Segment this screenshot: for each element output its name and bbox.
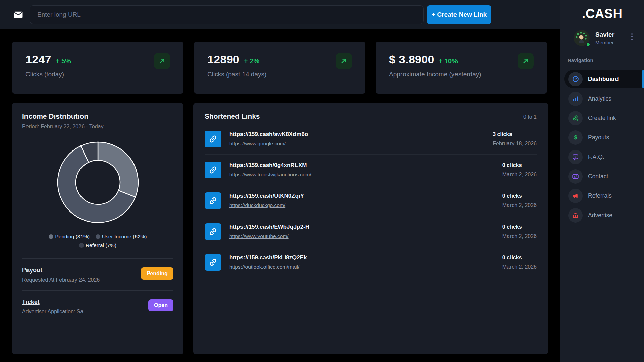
long-url-input[interactable] [30,5,424,24]
payout-row: Payout Requested At February 24, 2026 Pe… [22,267,173,283]
link-row: https://159.cash/EWbJqJp2-H https://www.… [205,216,537,247]
top-bar: + Create New Link [0,0,560,29]
nav-item[interactable]: Referrals [564,186,644,205]
income-donut-chart [56,140,140,224]
main-content: 1247 + 5% Clicks (today) 12890 + 2% Clic… [0,29,560,362]
nav-item[interactable]: Dashboard [564,70,644,88]
stat-delta: + 2% [244,57,259,65]
sidebar: .CASH Savier Member Navigation [560,0,644,362]
legend-marker [79,243,84,248]
link-icon [205,162,221,178]
payout-link[interactable]: Payout [22,267,100,274]
divider [22,290,173,291]
nav-item-icon [568,92,583,106]
click-count: 0 clicks [502,162,537,168]
user-name: Savier [595,31,614,38]
shortened-links-panel: Shortened Links 0 to 1 https://159.cash/… [193,103,548,354]
user-role: Member [595,40,614,45]
nav-item-icon [568,169,583,184]
kebab-menu-icon[interactable] [631,33,633,40]
trend-up-icon[interactable] [336,53,352,69]
short-url[interactable]: https://159.cash/PkLi8zQ2Ek [229,254,307,261]
short-url[interactable]: https://159.cash/EWbJqJp2-H [229,224,309,230]
link-row: https://159.cash/PkLi8zQ2Ek https://outl… [205,247,537,278]
short-url[interactable]: https://159.cash/swK8Xdm6o [229,131,308,138]
nav-item[interactable]: $ Payouts [564,128,644,147]
active-indicator-bar[interactable] [642,70,644,88]
short-url[interactable]: https://159.cash/0g4xnRLXM [229,162,311,169]
donut-segment-pending [98,142,138,197]
payout-status-badge: Pending [141,267,173,280]
income-panel-period: Period: February 22, 2026 - Today [22,124,173,130]
stat-card: 12890 + 2% Clicks (past 14 days) [194,42,365,94]
link-icon [205,254,221,271]
nav-item-label: Analytics [588,95,611,102]
nav-item-icon [568,72,583,86]
stat-label: Clicks (today) [25,71,170,78]
link-row: https://159.cash/0g4xnRLXM https://www.t… [205,155,537,185]
stat-value: 12890 [207,53,239,66]
payout-subtitle: Requested At February 24, 2026 [22,277,100,283]
stat-card: $ 3.8900 + 10% Approximate Income (yeste… [376,42,547,94]
link-icon [205,223,221,240]
legend-item[interactable]: User Income (62%) [96,234,147,240]
link-date: March 2, 2026 [502,202,537,208]
nav-item[interactable]: ? F.A.Q. [564,147,644,166]
legend-item[interactable]: Pending (31%) [49,234,90,240]
short-url[interactable]: https://159.cash/UtKN0ZqiY [229,193,304,199]
stat-card: 1247 + 5% Clicks (today) [12,42,183,94]
link-date: March 2, 2026 [502,264,537,270]
legend-label: User Income (62%) [102,234,147,240]
nav-item-icon [568,111,583,125]
legend-label: Pending (31%) [55,234,90,240]
nav-item-icon: ? [568,150,583,164]
long-url-link[interactable]: https://www.google.com/ [229,141,286,147]
ticket-status-badge: Open [148,299,173,311]
navigation-label: Navigation [568,57,644,63]
svg-text:?: ? [575,155,577,158]
nav-item-icon [568,189,583,203]
brand-logo: .CASH [560,7,644,21]
ticket-link[interactable]: Ticket [22,299,89,306]
mail-icon[interactable] [11,8,25,21]
nav-item-label: F.A.Q. [588,154,604,161]
long-url-link[interactable]: https://www.youtube.com/ [229,233,289,239]
link-date: March 2, 2026 [502,233,537,239]
link-date: March 2, 2026 [502,172,537,178]
nav-item[interactable]: Contact [564,167,644,186]
long-url-link[interactable]: https://www.troostwijkauctions.com/ [229,172,311,178]
nav-item-label: Contact [588,173,608,180]
long-url-link[interactable]: https://outlook.office.com/mail/ [229,264,299,270]
links-range: 0 to 1 [523,114,537,120]
link-icon [205,192,221,209]
click-count: 3 clicks [493,131,537,137]
nav-item-label: Dashboard [588,76,619,83]
nav-item-label: Payouts [588,134,609,141]
links-list: https://159.cash/swK8Xdm6o https://www.g… [205,124,537,278]
donut-legend: Pending (31%)User Income (62%)Referral (… [31,234,165,248]
create-new-link-button[interactable]: + Create New Link [427,5,491,24]
long-url-link[interactable]: https://duckduckgo.com/ [229,202,285,208]
legend-label: Referral (7%) [86,242,116,248]
nav-item-icon: $ [568,130,583,145]
stat-label: Approximate Income (yesterday) [389,71,534,78]
nav-item[interactable]: Create link [564,109,644,127]
trend-up-icon[interactable] [154,53,170,69]
nav-item-label: Referrals [588,192,612,199]
online-status-dot [586,42,590,47]
avatar [574,30,590,46]
nav-item-label: Create link [588,115,616,122]
legend-marker [96,234,100,239]
nav-item[interactable]: Analytics [564,89,644,108]
divider [22,258,173,259]
nav-item[interactable]: Advertise [564,206,644,225]
nav-item-icon [568,208,583,223]
link-row: https://159.cash/swK8Xdm6o https://www.g… [205,124,537,155]
legend-item[interactable]: Referral (7%) [79,242,116,248]
trend-up-icon[interactable] [518,53,534,69]
income-panel-title: Income Distribution [22,112,173,120]
stat-delta: + 5% [56,57,71,65]
ticket-row: Ticket Advertiser Application: Sa… Open [22,299,173,315]
link-date: February 18, 2026 [493,141,537,147]
stats-row: 1247 + 5% Clicks (today) 12890 + 2% Clic… [12,42,547,94]
